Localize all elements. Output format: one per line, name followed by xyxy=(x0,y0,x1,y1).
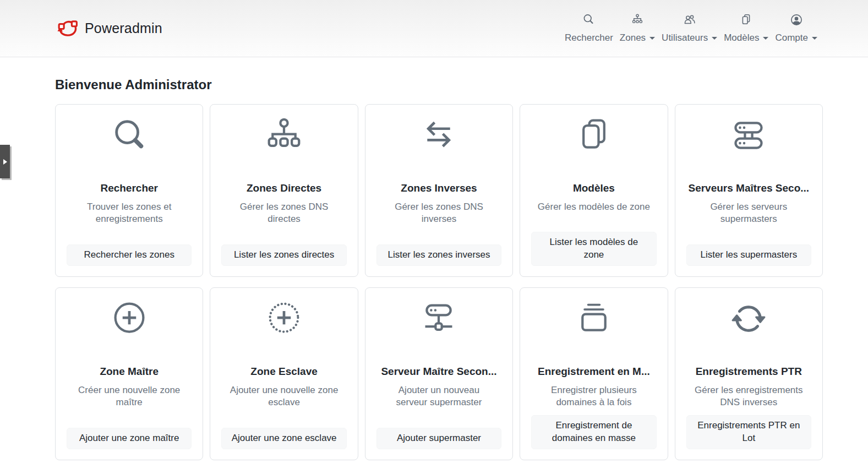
add-supermaster-button[interactable]: Ajouter supermaster xyxy=(376,428,501,449)
arrow-repeat-icon xyxy=(731,300,766,337)
search-zones-button[interactable]: Rechercher les zones xyxy=(67,244,192,266)
server-stack-icon xyxy=(731,117,766,154)
sidebar-expand-handle[interactable] xyxy=(0,145,10,178)
card-ptr-records: Enregistrements PTR Gérer les enregistre… xyxy=(675,287,823,460)
chevron-down-icon xyxy=(812,37,817,40)
plus-circle-dotted-icon xyxy=(266,300,302,337)
nav-label-zones: Zones xyxy=(620,32,655,43)
list-reverse-zones-button[interactable]: Lister les zones inverses xyxy=(376,244,501,266)
card-title: Enregistrement en M... xyxy=(538,365,650,378)
nav-label-users: Utilisateurs xyxy=(662,32,717,43)
card-description: Gérer les zones DNS inverses xyxy=(395,201,483,226)
search-icon xyxy=(111,117,148,154)
batch-ptr-button[interactable]: Enregistrements PTR en Lot xyxy=(686,415,811,449)
nav-label-text: Zones xyxy=(620,32,646,43)
card-slave-zone: Zone Esclave Ajouter une nouvelle zone e… xyxy=(210,287,358,460)
nav-label-account: Compte xyxy=(775,32,817,43)
plus-circle-icon xyxy=(112,300,147,337)
nav-label-text: Utilisateurs xyxy=(662,32,708,43)
brand[interactable]: Poweradmin xyxy=(57,19,162,38)
brand-name: Poweradmin xyxy=(85,20,162,36)
card-master-zone: Zone Maître Créer une nouvelle zone maît… xyxy=(55,287,203,460)
nav-label-text: Rechercher xyxy=(565,32,613,43)
card-description: Gérer les serveurs supermasters xyxy=(710,201,787,226)
nav-item-account[interactable]: Compte xyxy=(772,14,821,43)
collection-icon xyxy=(576,300,612,337)
nav-label-text: Modèles xyxy=(724,32,759,43)
copy-icon xyxy=(576,117,612,154)
list-supermasters-button[interactable]: Lister les supermasters xyxy=(686,244,811,266)
card-title: Zones Directes xyxy=(247,182,321,195)
card-add-supermaster: Serveur Maître Secon... Ajouter un nouve… xyxy=(365,287,513,460)
card-title: Enregistrements PTR xyxy=(696,365,802,378)
add-master-zone-button[interactable]: Ajouter une zone maître xyxy=(67,428,192,449)
card-reverse-zones: Zones Inverses Gérer les zones DNS inver… xyxy=(365,104,513,277)
card-title: Rechercher xyxy=(100,182,158,195)
nav-label-templates: Modèles xyxy=(724,32,768,43)
chevron-down-icon xyxy=(712,37,717,40)
card-title: Zone Esclave xyxy=(250,365,317,378)
top-navbar: Poweradmin Rechercher Zon xyxy=(0,0,868,57)
card-description: Gérer les zones DNS directes xyxy=(240,201,329,226)
card-zone-templates: Modèles Gérer les modèles de zone Lister… xyxy=(520,104,668,277)
card-description: Enregistrer plusieurs domaines à la fois xyxy=(551,384,637,409)
card-search: Rechercher Trouver les zones et enregist… xyxy=(55,104,203,277)
card-description: Créer une nouvelle zone maître xyxy=(78,384,180,409)
card-supermasters: Serveurs Maîtres Seco... Gérer les serve… xyxy=(675,104,823,277)
card-description: Ajouter un nouveau serveur supermaster xyxy=(396,384,482,409)
card-title: Modèles xyxy=(573,182,615,195)
person-circle-icon xyxy=(790,14,803,26)
add-slave-zone-button[interactable]: Ajouter une zone esclave xyxy=(221,428,346,449)
list-forward-zones-button[interactable]: Lister les zones directes xyxy=(221,244,346,266)
chevron-right-icon xyxy=(3,159,7,165)
dashboard-card-grid: Rechercher Trouver les zones et enregist… xyxy=(55,104,823,460)
nav-item-search[interactable]: Rechercher xyxy=(561,14,616,43)
chevron-down-icon xyxy=(649,37,655,40)
card-description: Trouver les zones et enregistrements xyxy=(87,201,171,226)
page-title: Bienvenue Administrator xyxy=(55,77,823,92)
sitemap-icon xyxy=(631,14,643,26)
nav-label-text: Compte xyxy=(775,32,808,43)
chevron-down-icon xyxy=(763,37,768,40)
search-icon xyxy=(583,14,594,26)
nav-items: Rechercher Zones xyxy=(561,14,821,43)
nav-item-zones[interactable]: Zones xyxy=(616,14,658,43)
main-content: Bienvenue Administrator Rechercher Trouv… xyxy=(0,57,868,460)
copy-icon xyxy=(740,14,752,26)
nav-item-users[interactable]: Utilisateurs xyxy=(658,14,720,43)
card-title: Serveurs Maîtres Seco... xyxy=(688,182,809,195)
card-description: Ajouter une nouvelle zone esclave xyxy=(230,384,339,409)
card-bulk-registration: Enregistrement en M... Enregistrer plusi… xyxy=(520,287,668,460)
arrows-left-right-icon xyxy=(421,117,456,154)
users-icon xyxy=(684,14,696,26)
poweradmin-logo-icon xyxy=(57,19,78,38)
card-description: Gérer les modèles de zone xyxy=(538,201,650,213)
card-title: Serveur Maître Secon... xyxy=(381,365,496,378)
list-zone-templates-button[interactable]: Lister les modèles de zone xyxy=(531,232,656,266)
nav-label-search: Rechercher xyxy=(565,32,613,43)
card-forward-zones: Zones Directes Gérer les zones DNS direc… xyxy=(210,104,358,277)
sitemap-icon xyxy=(266,117,302,154)
server-network-icon xyxy=(421,300,456,337)
nav-item-templates[interactable]: Modèles xyxy=(720,14,772,43)
bulk-registration-button[interactable]: Enregistrement de domaines en masse xyxy=(531,415,656,449)
card-title: Zone Maître xyxy=(100,365,159,378)
card-description: Gérer les enregistrements DNS inverses xyxy=(695,384,803,409)
card-title: Zones Inverses xyxy=(401,182,477,195)
